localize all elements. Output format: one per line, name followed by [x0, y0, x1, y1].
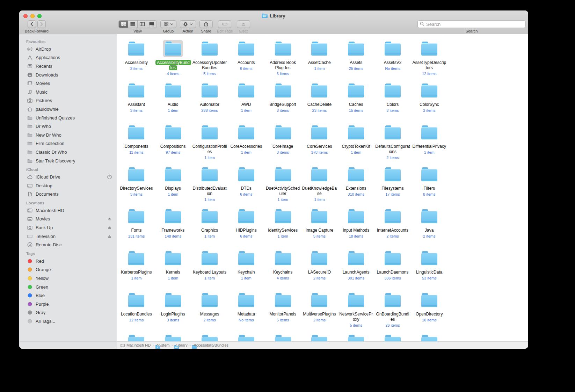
- folder-item-identityservices[interactable]: IdentityServices1 item: [264, 208, 301, 249]
- sidebar-item-green[interactable]: Green: [19, 283, 117, 291]
- minimize-button[interactable]: [30, 14, 35, 18]
- sidebar-item-applications[interactable]: Applications: [19, 53, 117, 62]
- edit-tags-button[interactable]: [218, 20, 231, 28]
- breadcrumb-item-accessibilitybundles[interactable]: AccessibilityBundles: [192, 343, 228, 347]
- folder-item-launchagents[interactable]: LaunchAgents301 items: [338, 249, 374, 291]
- folder-item-assetcache[interactable]: AssetCache1 item: [301, 40, 338, 82]
- sidebar-item-pauldownie[interactable]: pauldownie: [19, 105, 117, 114]
- folder-item-metadata[interactable]: MetadataNo items: [228, 291, 264, 333]
- folder-item-assettypedescriptors[interactable]: AssetTypeDescriptors12 items: [411, 40, 447, 82]
- sidebar-item-downloads[interactable]: Downloads: [19, 71, 117, 79]
- folder-item-cachedelete[interactable]: CacheDelete23 items: [301, 82, 338, 124]
- folder-item-partial[interactable]: [155, 333, 191, 341]
- breadcrumb-item-system[interactable]: XSystem: [155, 343, 170, 347]
- sidebar-item-back-up[interactable]: Back Up: [19, 223, 117, 232]
- folder-item-colors[interactable]: Colors3 items: [374, 82, 411, 124]
- folder-item-coreaccessories[interactable]: CoreAccessories1 item: [228, 124, 264, 166]
- folder-item-opendirectory[interactable]: OpenDirectory10 items: [411, 291, 447, 333]
- folder-item-colorsync[interactable]: ColorSync3 items: [411, 82, 447, 124]
- sidebar-item-pictures[interactable]: Pictures: [19, 96, 117, 105]
- folder-item-launchdaemons[interactable]: LaunchDaemons336 items: [374, 249, 411, 291]
- folder-item-loginplugins[interactable]: LoginPlugins3 items: [155, 291, 191, 333]
- folder-item-partial[interactable]: [374, 333, 411, 341]
- folder-item-partial[interactable]: [228, 333, 264, 341]
- folder-item-address-book-plug-ins[interactable]: Address Book Plug-Ins6 items: [264, 40, 301, 82]
- sidebar-item-classic-dr-who[interactable]: Classic Dr Who: [19, 148, 117, 157]
- folder-item-duetactivityscheduler[interactable]: DuetActivityScheduler1 item: [264, 166, 301, 208]
- folder-item-networkserviceproxy[interactable]: NetworkServiceProxy5 items: [338, 291, 374, 333]
- folder-item-keyboard-layouts[interactable]: Keyboard Layouts1 item: [191, 249, 228, 291]
- folder-item-accounts[interactable]: Accounts6 items: [228, 40, 264, 82]
- sidebar-item-movies[interactable]: Movies: [19, 79, 117, 88]
- sidebar-item-yellow[interactable]: Yellow: [19, 274, 117, 283]
- folder-item-duetknowledgebase[interactable]: DuetKnowledgeBase1 item: [301, 166, 338, 208]
- sidebar-item-movies[interactable]: Movies: [19, 215, 117, 224]
- sidebar-item-icloud-drive[interactable]: iCloud Drive: [19, 173, 117, 181]
- search-input[interactable]: [417, 20, 526, 28]
- folder-item-hidplugins[interactable]: HIDPlugins6 items: [228, 208, 264, 249]
- breadcrumb-item-macintosh-hd[interactable]: Macintosh HD: [120, 343, 151, 348]
- folder-item-fonts[interactable]: Fonts131 items: [118, 208, 155, 249]
- folder-item-extensions[interactable]: Extensions310 items: [338, 166, 374, 208]
- folder-item-input-methods[interactable]: Input Methods18 items: [338, 208, 374, 249]
- folder-item-partial[interactable]: [338, 333, 374, 341]
- sidebar-item-recents[interactable]: Recents: [19, 62, 117, 71]
- folder-item-compositions[interactable]: Compositions97 items: [155, 124, 191, 166]
- folder-item-kerberosplugins[interactable]: KerberosPlugins1 item: [118, 249, 155, 291]
- folder-item-coreimage[interactable]: CoreImage3 items: [264, 124, 301, 166]
- eject-icon[interactable]: [107, 225, 112, 231]
- sidebar-item-unfinished-quizzes[interactable]: Unfinished Quizzes: [19, 114, 117, 122]
- folder-item-frameworks[interactable]: Frameworks148 items: [155, 208, 191, 249]
- sidebar-item-music[interactable]: Music: [19, 88, 117, 96]
- sidebar-item-star-trek-discovery[interactable]: Star Trek Discovery: [19, 157, 117, 165]
- folder-item-keychains[interactable]: Keychains4 items: [264, 249, 301, 291]
- folder-item-caches[interactable]: Caches15 items: [338, 82, 374, 124]
- folder-item-kernels[interactable]: Kernels1 item: [155, 249, 191, 291]
- folder-item-keychain[interactable]: Keychain1 item: [228, 249, 264, 291]
- back-button[interactable]: [28, 20, 36, 28]
- share-button[interactable]: [199, 20, 213, 28]
- folder-item-accessibilitybundles[interactable]: AccessibilityBundles4 items: [155, 40, 191, 82]
- folder-item-components[interactable]: Components11 items: [118, 124, 155, 166]
- folder-item-messages[interactable]: Messages2 items: [191, 291, 228, 333]
- folder-item-cryptotokenkit[interactable]: CryptoTokenKit1 item: [338, 124, 374, 166]
- sidebar-item-new-dr-who[interactable]: New Dr Who: [19, 131, 117, 139]
- folder-item-assistant[interactable]: Assistant3 items: [118, 82, 155, 124]
- folder-item-accessibility[interactable]: Accessibility2 items: [118, 40, 155, 82]
- folder-item-graphics[interactable]: Graphics1 item: [191, 208, 228, 249]
- folder-item-directoryservices[interactable]: DirectoryServices3 items: [118, 166, 155, 208]
- eject-button[interactable]: [237, 20, 250, 28]
- folder-item-differentialprivacy[interactable]: DifferentialPrivacy1 item: [411, 124, 447, 166]
- folder-item-audio[interactable]: Audio1 item: [155, 82, 191, 124]
- folder-item-onboardingbundles[interactable]: OnBoardingBundles26 items: [374, 291, 411, 333]
- sidebar-item-desktop[interactable]: Desktop: [19, 181, 117, 190]
- sidebar-item-gray[interactable]: Gray: [19, 308, 117, 317]
- folder-item-lasecureio[interactable]: LASecureIO2 items: [301, 249, 338, 291]
- folder-item-assetsv2[interactable]: AssetsV2No items: [374, 40, 411, 82]
- forward-button[interactable]: [37, 20, 46, 28]
- folder-item-accessoryupdaterbundles[interactable]: AccessoryUpdaterBundles5 items: [191, 40, 228, 82]
- folder-item-linguisticdata[interactable]: LinguisticData53 items: [411, 249, 447, 291]
- folder-item-dtds[interactable]: DTDs6 items: [228, 166, 264, 208]
- sidebar-item-macintosh-hd[interactable]: Macintosh HD: [19, 206, 117, 215]
- gallery-view-button[interactable]: [147, 21, 157, 28]
- folder-item-internetaccounts[interactable]: InternetAccounts2 items: [374, 208, 411, 249]
- folder-item-bridgesupport[interactable]: BridgeSupport3 items: [264, 82, 301, 124]
- sidebar-item-red[interactable]: Red: [19, 257, 117, 266]
- folder-item-image-capture[interactable]: Image Capture5 items: [301, 208, 338, 249]
- folder-item-partial[interactable]: [118, 333, 155, 341]
- eject-icon[interactable]: [107, 216, 112, 222]
- folder-item-coreservices[interactable]: CoreServices178 items: [301, 124, 338, 166]
- list-view-button[interactable]: [128, 21, 138, 28]
- folder-item-partial[interactable]: [411, 333, 447, 341]
- close-button[interactable]: [23, 14, 28, 18]
- action-button[interactable]: [180, 20, 196, 28]
- folder-item-automator[interactable]: Automator288 items: [191, 82, 228, 124]
- folder-item-assets[interactable]: Assets25 items: [338, 40, 374, 82]
- folder-item-partial[interactable]: [264, 333, 301, 341]
- icon-view-button[interactable]: [119, 21, 128, 28]
- eject-icon[interactable]: [107, 233, 112, 239]
- folder-item-filters[interactable]: Filters8 items: [411, 166, 447, 208]
- sidebar-item-airdrop[interactable]: AirDrop: [19, 45, 117, 53]
- breadcrumb-item-library[interactable]: Library: [174, 343, 188, 347]
